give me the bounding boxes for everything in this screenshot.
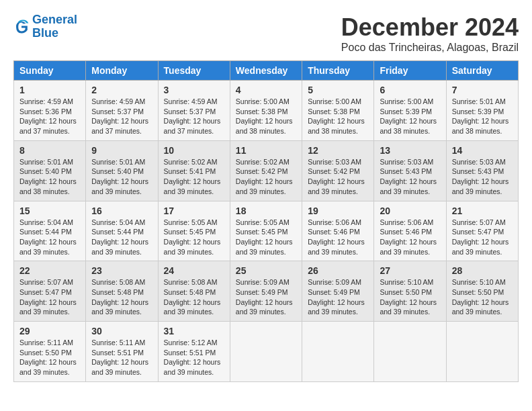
calendar-cell: 18Sunrise: 5:05 AMSunset: 5:45 PMDayligh… [230, 201, 302, 261]
cell-info: Sunrise: 5:02 AMSunset: 5:41 PMDaylight:… [164, 158, 221, 195]
calendar-cell: 20Sunrise: 5:06 AMSunset: 5:46 PMDayligh… [374, 201, 446, 261]
cell-info: Sunrise: 5:08 AMSunset: 5:48 PMDaylight:… [164, 278, 221, 316]
cell-info: Sunrise: 5:05 AMSunset: 5:45 PMDaylight:… [164, 218, 221, 256]
cell-info: Sunrise: 5:01 AMSunset: 5:40 PMDaylight:… [91, 158, 148, 195]
day-number: 16 [91, 205, 152, 216]
day-number: 24 [164, 265, 224, 276]
calendar-cell: 1Sunrise: 4:59 AMSunset: 5:36 PMDaylight… [14, 81, 86, 141]
calendar-cell: 16Sunrise: 5:04 AMSunset: 5:44 PMDayligh… [86, 201, 158, 261]
cell-info: Sunrise: 5:03 AMSunset: 5:43 PMDaylight:… [452, 158, 509, 195]
cell-info: Sunrise: 5:04 AMSunset: 5:44 PMDaylight:… [91, 218, 148, 256]
calendar-cell: 21Sunrise: 5:07 AMSunset: 5:47 PMDayligh… [446, 201, 518, 261]
location-subtitle: Poco das Trincheiras, Alagoas, Brazil [341, 42, 519, 54]
cell-info: Sunrise: 4:59 AMSunset: 5:37 PMDaylight:… [91, 97, 148, 135]
day-number: 26 [308, 265, 368, 276]
cell-info: Sunrise: 5:01 AMSunset: 5:39 PMDaylight:… [452, 97, 509, 135]
cell-info: Sunrise: 5:01 AMSunset: 5:40 PMDaylight:… [19, 158, 77, 195]
title-block: December 2024 Poco das Trincheiras, Alag… [341, 13, 519, 54]
cell-info: Sunrise: 4:59 AMSunset: 5:36 PMDaylight:… [19, 97, 77, 135]
header-cell-saturday: Saturday [446, 61, 518, 81]
cell-info: Sunrise: 5:00 AMSunset: 5:38 PMDaylight:… [308, 97, 365, 135]
calendar-cell: 13Sunrise: 5:03 AMSunset: 5:43 PMDayligh… [374, 140, 446, 201]
calendar-cell: 26Sunrise: 5:09 AMSunset: 5:49 PMDayligh… [302, 261, 374, 322]
day-number: 15 [19, 205, 80, 216]
calendar-cell: 6Sunrise: 5:00 AMSunset: 5:39 PMDaylight… [374, 81, 446, 141]
calendar-table: SundayMondayTuesdayWednesdayThursdayFrid… [13, 60, 519, 382]
day-number: 20 [380, 205, 440, 216]
cell-info: Sunrise: 5:12 AMSunset: 5:51 PMDaylight:… [164, 338, 221, 376]
day-number: 6 [380, 85, 440, 95]
cell-info: Sunrise: 5:10 AMSunset: 5:50 PMDaylight:… [452, 278, 509, 316]
calendar-cell: 30Sunrise: 5:11 AMSunset: 5:51 PMDayligh… [86, 322, 158, 382]
cell-info: Sunrise: 5:03 AMSunset: 5:42 PMDaylight:… [308, 158, 365, 195]
cell-info: Sunrise: 5:07 AMSunset: 5:47 PMDaylight:… [19, 278, 77, 316]
cell-info: Sunrise: 5:05 AMSunset: 5:45 PMDaylight:… [236, 218, 293, 256]
day-number: 23 [91, 265, 152, 276]
page-header: General Blue December 2024 Poco das Trin… [13, 13, 519, 54]
day-number: 2 [91, 85, 152, 95]
day-number: 27 [380, 265, 440, 276]
calendar-cell: 17Sunrise: 5:05 AMSunset: 5:45 PMDayligh… [158, 201, 230, 261]
day-number: 22 [19, 265, 80, 276]
cell-info: Sunrise: 5:04 AMSunset: 5:44 PMDaylight:… [19, 218, 77, 256]
header-cell-sunday: Sunday [14, 61, 86, 81]
cell-info: Sunrise: 5:06 AMSunset: 5:46 PMDaylight:… [380, 218, 437, 256]
cell-info: Sunrise: 5:10 AMSunset: 5:50 PMDaylight:… [380, 278, 437, 316]
calendar-cell: 25Sunrise: 5:09 AMSunset: 5:49 PMDayligh… [230, 261, 302, 322]
day-number: 31 [164, 326, 224, 336]
day-number: 3 [164, 85, 224, 95]
day-number: 8 [19, 145, 80, 156]
day-number: 4 [236, 85, 296, 95]
header-cell-friday: Friday [374, 61, 446, 81]
week-row-5: 29Sunrise: 5:11 AMSunset: 5:50 PMDayligh… [14, 322, 519, 382]
calendar-cell: 3Sunrise: 4:59 AMSunset: 5:37 PMDaylight… [158, 81, 230, 141]
calendar-cell: 19Sunrise: 5:06 AMSunset: 5:46 PMDayligh… [302, 201, 374, 261]
header-cell-tuesday: Tuesday [158, 61, 230, 81]
header-cell-monday: Monday [86, 61, 158, 81]
calendar-cell: 29Sunrise: 5:11 AMSunset: 5:50 PMDayligh… [14, 322, 86, 382]
logo: General Blue [13, 13, 77, 40]
header-cell-thursday: Thursday [302, 61, 374, 81]
calendar-cell: 22Sunrise: 5:07 AMSunset: 5:47 PMDayligh… [14, 261, 86, 322]
cell-info: Sunrise: 5:03 AMSunset: 5:43 PMDaylight:… [380, 158, 437, 195]
calendar-cell: 12Sunrise: 5:03 AMSunset: 5:42 PMDayligh… [302, 140, 374, 201]
day-number: 19 [308, 205, 368, 216]
calendar-cell: 11Sunrise: 5:02 AMSunset: 5:42 PMDayligh… [230, 140, 302, 201]
calendar-cell: 14Sunrise: 5:03 AMSunset: 5:43 PMDayligh… [446, 140, 518, 201]
cell-info: Sunrise: 4:59 AMSunset: 5:37 PMDaylight:… [164, 97, 221, 135]
month-title: December 2024 [341, 13, 519, 42]
cell-info: Sunrise: 5:06 AMSunset: 5:46 PMDaylight:… [308, 218, 365, 256]
day-number: 17 [164, 205, 224, 216]
day-number: 14 [452, 145, 513, 156]
day-number: 10 [164, 145, 224, 156]
logo-text: General Blue [32, 13, 77, 40]
calendar-cell [230, 322, 302, 382]
logo-blue: Blue [32, 26, 58, 40]
calendar-cell: 2Sunrise: 4:59 AMSunset: 5:37 PMDaylight… [86, 81, 158, 141]
cell-info: Sunrise: 5:00 AMSunset: 5:38 PMDaylight:… [236, 97, 293, 135]
cell-info: Sunrise: 5:09 AMSunset: 5:49 PMDaylight:… [308, 278, 365, 316]
day-number: 29 [19, 326, 80, 336]
week-row-4: 22Sunrise: 5:07 AMSunset: 5:47 PMDayligh… [14, 261, 519, 322]
day-number: 5 [308, 85, 368, 95]
day-number: 28 [452, 265, 513, 276]
week-row-3: 15Sunrise: 5:04 AMSunset: 5:44 PMDayligh… [14, 201, 519, 261]
calendar-cell [374, 322, 446, 382]
day-number: 1 [19, 85, 80, 95]
day-number: 9 [91, 145, 152, 156]
calendar-cell: 9Sunrise: 5:01 AMSunset: 5:40 PMDaylight… [86, 140, 158, 201]
cell-info: Sunrise: 5:11 AMSunset: 5:50 PMDaylight:… [19, 338, 77, 376]
day-number: 7 [452, 85, 513, 95]
calendar-cell: 5Sunrise: 5:00 AMSunset: 5:38 PMDaylight… [302, 81, 374, 141]
calendar-cell: 24Sunrise: 5:08 AMSunset: 5:48 PMDayligh… [158, 261, 230, 322]
cell-info: Sunrise: 5:08 AMSunset: 5:48 PMDaylight:… [91, 278, 148, 316]
calendar-cell: 31Sunrise: 5:12 AMSunset: 5:51 PMDayligh… [158, 322, 230, 382]
day-number: 21 [452, 205, 513, 216]
cell-info: Sunrise: 5:00 AMSunset: 5:39 PMDaylight:… [380, 97, 437, 135]
logo-icon [13, 19, 30, 35]
logo-general: General [32, 13, 77, 26]
calendar-cell: 4Sunrise: 5:00 AMSunset: 5:38 PMDaylight… [230, 81, 302, 141]
day-number: 13 [380, 145, 440, 156]
calendar-cell: 15Sunrise: 5:04 AMSunset: 5:44 PMDayligh… [14, 201, 86, 261]
cell-info: Sunrise: 5:09 AMSunset: 5:49 PMDaylight:… [236, 278, 293, 316]
